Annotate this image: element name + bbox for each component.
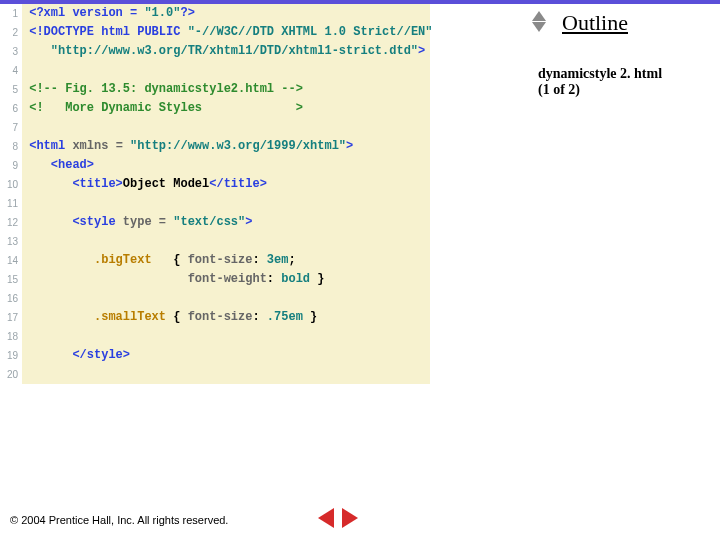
page: 1 <?xml version = "1.0"?>2 <!DOCTYPE htm… xyxy=(0,0,720,540)
line-number: 18 xyxy=(0,327,22,346)
line-number: 8 xyxy=(0,137,22,156)
footer: © 2004 Prentice Hall, Inc. All rights re… xyxy=(10,514,228,526)
line-number: 12 xyxy=(0,213,22,232)
code-line: 15 font-weight: bold } xyxy=(0,270,428,289)
code-token: <!DOCTYPE html PUBLIC xyxy=(29,23,187,42)
line-number: 10 xyxy=(0,175,22,194)
code-token: bold xyxy=(281,270,310,289)
code-line: 10 <title>Object Model</title> xyxy=(0,175,428,194)
line-number: 13 xyxy=(0,232,22,251)
code-line: 20 xyxy=(0,365,428,384)
line-number: 4 xyxy=(0,61,22,80)
code-token: .75em xyxy=(267,308,303,327)
code-token: <?xml version = xyxy=(29,4,144,23)
code-token: <! More Dynamic Styles > xyxy=(29,99,303,118)
slide-pager xyxy=(316,508,360,532)
code-token: { xyxy=(173,251,187,270)
code-token: </style> xyxy=(29,346,130,365)
copyright: © 2004 Prentice Hall, Inc. All rights re… xyxy=(10,514,228,526)
code-line: 9 <head> xyxy=(0,156,428,175)
code-token: <!-- Fig. 13.5: dynamicstyle2.html --> xyxy=(29,80,303,99)
line-number: 3 xyxy=(0,42,22,61)
line-number: 14 xyxy=(0,251,22,270)
code-token: > xyxy=(245,213,252,232)
line-number: 1 xyxy=(0,4,22,23)
outline-next-button[interactable] xyxy=(532,22,546,32)
code-line: 1 <?xml version = "1.0"?> xyxy=(0,4,428,23)
code-token: "text/css" xyxy=(173,213,245,232)
code-line: 2 <!DOCTYPE html PUBLIC "-//W3C//DTD XHT… xyxy=(0,23,428,42)
line-number: 17 xyxy=(0,308,22,327)
code-token: font-size xyxy=(188,251,253,270)
outline-heading: Outline xyxy=(562,10,708,36)
code-token: > xyxy=(346,137,353,156)
code-token: .bigText xyxy=(29,251,173,270)
code-token: "-//W3C//DTD XHTML 1.0 Strict//EN" xyxy=(188,23,433,42)
line-number: 16 xyxy=(0,289,22,308)
current-file-label: dynamicstyle 2. html (1 of 2) xyxy=(538,66,708,98)
page-indicator: (1 of 2) xyxy=(538,82,580,97)
line-number: 2 xyxy=(0,23,22,42)
code-token: : xyxy=(252,308,266,327)
code-line: 3 "http://www.w3.org/TR/xhtml1/DTD/xhtml… xyxy=(0,42,428,61)
code-token: } xyxy=(303,308,317,327)
code-token: Object Model xyxy=(123,175,209,194)
code-token: ; xyxy=(288,251,295,270)
outline-nav xyxy=(532,10,546,33)
code-line: 12 <style type = "text/css"> xyxy=(0,213,428,232)
code-line: 18 xyxy=(0,327,428,346)
line-number: 7 xyxy=(0,118,22,137)
code-area: 1 <?xml version = "1.0"?>2 <!DOCTYPE htm… xyxy=(0,4,430,384)
code-line: 11 xyxy=(0,194,428,213)
code-token: <head> xyxy=(29,156,94,175)
code-token: font-weight xyxy=(29,270,267,289)
code-line: 19 </style> xyxy=(0,346,428,365)
line-number: 5 xyxy=(0,80,22,99)
code-token: .smallText xyxy=(29,308,173,327)
outline-prev-button[interactable] xyxy=(532,11,546,21)
code-line: 14 .bigText { font-size: 3em; xyxy=(0,251,428,270)
code-token: > xyxy=(418,42,425,61)
next-slide-button[interactable] xyxy=(342,508,358,528)
code-token: <title> xyxy=(29,175,123,194)
code-token: "http://www.w3.org/TR/xhtml1/DTD/xhtml1-… xyxy=(29,42,418,61)
prev-slide-button[interactable] xyxy=(318,508,334,528)
code-token: type = xyxy=(123,213,173,232)
code-line: 4 xyxy=(0,61,428,80)
code-line: 16 xyxy=(0,289,428,308)
code-token: <html xyxy=(29,137,72,156)
code-token: 3em xyxy=(267,251,289,270)
code-token: : xyxy=(267,270,281,289)
line-number: 11 xyxy=(0,194,22,213)
code-line: 13 xyxy=(0,232,428,251)
code-token: font-size xyxy=(188,308,253,327)
line-number: 6 xyxy=(0,99,22,118)
code-token: } xyxy=(310,270,324,289)
line-number: 15 xyxy=(0,270,22,289)
code-line: 6 <! More Dynamic Styles > xyxy=(0,99,428,118)
code-token: </title> xyxy=(209,175,267,194)
line-number: 19 xyxy=(0,346,22,365)
filename: dynamicstyle 2. html xyxy=(538,66,662,81)
code-line: 17 .smallText { font-size: .75em } xyxy=(0,308,428,327)
code-line: 7 xyxy=(0,118,428,137)
code-listing: 1 <?xml version = "1.0"?>2 <!DOCTYPE htm… xyxy=(0,4,428,384)
line-number: 20 xyxy=(0,365,22,384)
code-token: { xyxy=(173,308,187,327)
code-token: "http://www.w3.org/1999/xhtml" xyxy=(130,137,346,156)
code-token: xmlns = xyxy=(72,137,130,156)
code-token: : xyxy=(252,251,266,270)
line-number: 9 xyxy=(0,156,22,175)
sidebar: Outline dynamicstyle 2. html (1 of 2) xyxy=(538,8,708,98)
code-line: 8 <html xmlns = "http://www.w3.org/1999/… xyxy=(0,137,428,156)
code-line: 5 <!-- Fig. 13.5: dynamicstyle2.html --> xyxy=(0,80,428,99)
code-token: ?> xyxy=(180,4,194,23)
code-token: <style xyxy=(29,213,123,232)
code-token: "1.0" xyxy=(144,4,180,23)
